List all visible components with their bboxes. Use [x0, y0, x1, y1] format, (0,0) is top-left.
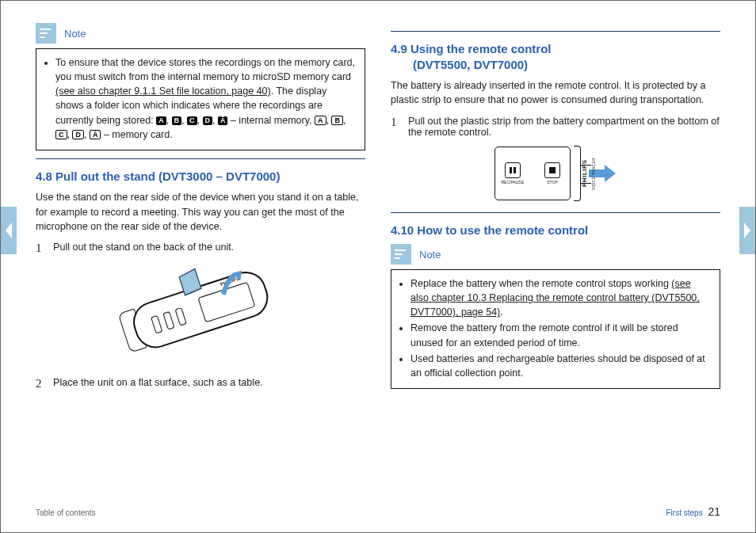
note-text: To ensure that the device stores the rec…: [55, 55, 357, 142]
remote-stop-icon: [544, 162, 560, 178]
remote-sub-label: VOICE TRACER: [591, 157, 596, 189]
divider: [391, 212, 720, 213]
divider: [36, 158, 365, 159]
body-4-9: The battery is already inserted in the r…: [391, 78, 720, 108]
figure-remote: REC/PAUSE STOP PHILIPS VOICE TRACER: [391, 146, 720, 201]
svg-rect-0: [510, 167, 512, 173]
note-icon: [36, 23, 56, 44]
left-column: Note To ensure that the device stores th…: [36, 23, 365, 398]
page: Note To ensure that the device stores th…: [0, 0, 756, 533]
note-li-2: Remove the battery from the remote contr…: [410, 321, 712, 349]
note-li-1: Replace the battery when the remote cont…: [410, 276, 712, 319]
remote-rec-label: REC/PAUSE: [502, 180, 525, 185]
divider: [391, 31, 720, 32]
step-4-9-1: 1 Pull out the plastic strip from the ba…: [391, 116, 720, 138]
battery-strip-icon: [580, 165, 591, 184]
svg-rect-1: [514, 167, 516, 173]
note-box-remote: Note Replace the battery when the remote…: [391, 244, 720, 389]
step-4-8-2: 2 Place the unit on a flat surface, such…: [36, 377, 365, 390]
heading-4-8: 4.8 Pull out the stand (DVT3000 – DVT700…: [36, 169, 365, 185]
note-box-memory: Note To ensure that the device stores th…: [36, 23, 365, 150]
heading-4-10: 4.10 How to use the remote control: [391, 223, 720, 238]
section-link[interactable]: First steps: [666, 508, 703, 517]
next-page-button[interactable]: [739, 207, 755, 254]
figure-device-stand: PHILIPS: [36, 263, 365, 366]
right-column: 4.9 Using the remote control (DVT5500, D…: [391, 23, 720, 398]
note-li-3: Used batteries and rechargeable batterie…: [410, 352, 712, 380]
note-label: Note: [419, 249, 441, 261]
remote-stop-label: STOP: [547, 180, 558, 185]
svg-rect-2: [549, 167, 556, 173]
link-set-file-location[interactable]: (see also chapter 9.1.1 Set file locatio…: [55, 86, 271, 97]
step-4-8-1: 1 Pull out the stand on the back of the …: [36, 242, 365, 255]
page-footer: Table of contents First steps 21: [36, 505, 720, 518]
remote-battery-cover: [574, 146, 581, 201]
toc-link[interactable]: Table of contents: [36, 508, 96, 517]
note-icon: [391, 244, 411, 265]
heading-4-9: 4.9 Using the remote control (DVT5500, D…: [391, 41, 720, 72]
body-4-8: Use the stand on the rear side of the de…: [36, 190, 365, 234]
remote-rec-pause-icon: [505, 162, 521, 178]
prev-page-button[interactable]: [1, 207, 17, 254]
page-number: 21: [708, 505, 720, 518]
note-label: Note: [64, 28, 86, 40]
